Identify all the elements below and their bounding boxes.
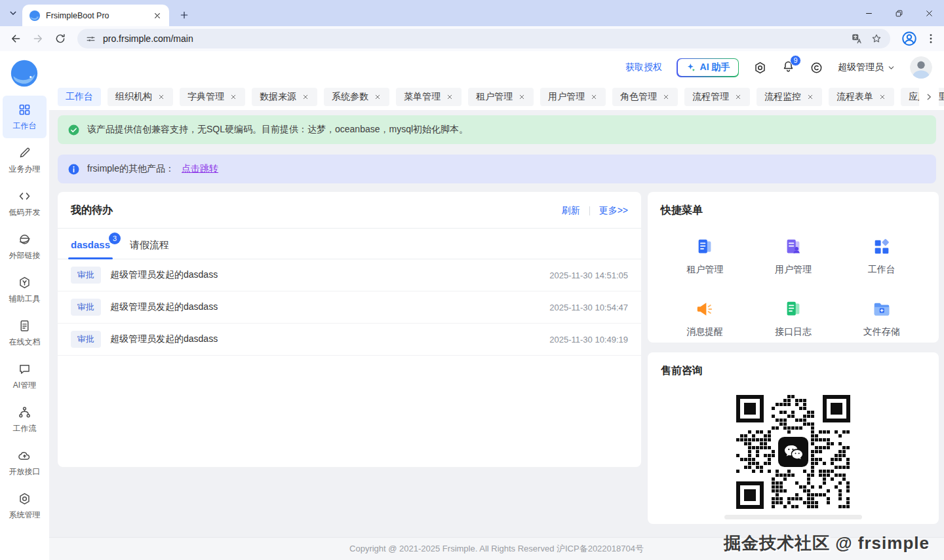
site-settings-icon[interactable]: [85, 33, 96, 45]
tab-close-icon[interactable]: [152, 10, 163, 21]
quick-item-folder[interactable]: 文件存储: [837, 299, 926, 338]
page-tab-7[interactable]: 用户管理: [540, 88, 606, 106]
todo-tab-1[interactable]: 请假流程: [130, 239, 169, 259]
back-icon: [10, 33, 22, 45]
close-tab-icon[interactable]: [302, 93, 309, 101]
browser-menu-icon[interactable]: [924, 32, 937, 45]
page-tab-0[interactable]: 工作台: [58, 88, 101, 106]
todo-row-time: 2025-11-30 10:49:19: [549, 335, 628, 345]
sidebar-item-tools[interactable]: 辅助工具: [3, 269, 47, 311]
sidebar-item-lowcode[interactable]: 低码开发: [3, 182, 47, 225]
address-bar[interactable]: pro.frsimple.com/main: [77, 29, 890, 48]
avatar[interactable]: [910, 56, 932, 79]
globe-icon: [18, 233, 31, 246]
quick-item-label: 文件存储: [863, 326, 900, 338]
close-tab-icon[interactable]: [590, 93, 598, 101]
back-button[interactable]: [7, 29, 25, 48]
todo-row[interactable]: 审批 超级管理员发起的dasdass 2025-11-30 10:54:47: [58, 291, 641, 324]
page-tab-2[interactable]: 字典管理: [180, 88, 245, 106]
close-tab-icon[interactable]: [229, 93, 237, 101]
page-tab-3[interactable]: 数据来源: [252, 88, 317, 106]
bookmark-star-icon[interactable]: [871, 33, 882, 45]
todo-row[interactable]: 审批 超级管理员发起的dasdass 2025-11-30 10:49:19: [58, 324, 641, 356]
page-tab-4[interactable]: 系统参数: [324, 88, 389, 106]
url-text[interactable]: pro.frsimple.com/main: [103, 33, 844, 44]
copyright-icon[interactable]: [810, 61, 823, 75]
notifications-button[interactable]: 9: [781, 60, 795, 76]
sidebar-item-business[interactable]: 业务办理: [3, 139, 47, 181]
page-tabstrip: 工作台 组织机构 字典管理 数据来源 系统参数 菜单管理 租户管理 用户管理 角…: [49, 84, 944, 110]
close-tab-icon[interactable]: [662, 93, 670, 101]
sidebar-item-workbench[interactable]: 工作台: [3, 96, 47, 138]
more-button[interactable]: 更多>>: [599, 205, 628, 217]
quick-item-userdoc[interactable]: 用户管理: [749, 237, 838, 276]
sidebar-item-docs[interactable]: 在线文档: [3, 312, 47, 354]
todo-row-title: 超级管理员发起的dasdass: [110, 301, 540, 313]
todo-row[interactable]: 审批 超级管理员发起的dasdass 2025-11-30 14:51:05: [58, 259, 641, 291]
ai-assistant-button[interactable]: AI 助手: [677, 58, 739, 77]
tab-scroll-right-button[interactable]: [919, 84, 939, 110]
chat-icon: [18, 362, 31, 376]
todo-tab-0[interactable]: dasdass 3: [71, 239, 110, 259]
translate-icon[interactable]: [851, 33, 863, 45]
close-tab-icon[interactable]: [374, 93, 382, 101]
page-tab-11[interactable]: 流程表单: [829, 88, 894, 106]
workspace-icon: [872, 237, 892, 257]
sidebar-item-system[interactable]: 系统管理: [3, 485, 47, 527]
quick-item-tenant[interactable]: 租户管理: [661, 237, 749, 276]
browser-profile-icon[interactable]: [901, 30, 918, 47]
user-menu[interactable]: 超级管理员: [838, 62, 895, 73]
page-tab-label: 租户管理: [476, 91, 513, 103]
sidebar-item-openapi[interactable]: 开放接口: [3, 441, 47, 484]
page-tab-9[interactable]: 流程管理: [684, 88, 750, 106]
minimize-icon: [865, 9, 873, 18]
sidebar-item-label: 开放接口: [9, 466, 41, 477]
divider: [589, 206, 590, 215]
wechat-icon: [778, 437, 808, 467]
page-tab-8[interactable]: 角色管理: [612, 88, 678, 106]
new-tab-button[interactable]: [176, 7, 193, 24]
megaphone-icon: [695, 299, 715, 319]
tab-search-button[interactable]: [5, 6, 21, 20]
browser-tab[interactable]: FrsimpleBoot Pro: [22, 5, 169, 26]
app-logo: [10, 59, 39, 88]
quick-item-workspace[interactable]: 工作台: [837, 237, 926, 276]
todo-row-title: 超级管理员发起的dasdass: [110, 333, 540, 345]
settings-hexagon-icon[interactable]: [753, 61, 767, 75]
quick-item-logdoc[interactable]: 接口日志: [749, 299, 838, 338]
success-alert-text: 该产品提供信创兼容支持，无SQL硬编码。目前提供：达梦，oceanbase，my…: [87, 124, 468, 136]
jump-link[interactable]: 点击跳转: [182, 163, 218, 175]
quick-item-megaphone[interactable]: 消息提醒: [661, 299, 749, 338]
sidebar-item-external[interactable]: 外部链接: [3, 225, 47, 268]
refresh-button[interactable]: 刷新: [562, 205, 580, 217]
sidebar-item-label: AI管理: [13, 380, 36, 391]
page-tab-1[interactable]: 组织机构: [108, 88, 173, 106]
page-tab-5[interactable]: 菜单管理: [396, 88, 462, 106]
close-tab-icon[interactable]: [878, 93, 886, 101]
sidebar-item-workflow[interactable]: 工作流: [3, 398, 47, 441]
main-content: 该产品提供信创兼容支持，无SQL硬编码。目前提供：达梦，oceanbase，my…: [49, 110, 944, 537]
sidebar-item-label: 工作流: [13, 423, 37, 434]
restore-button[interactable]: [884, 0, 914, 26]
close-tab-icon[interactable]: [446, 93, 454, 101]
minimize-button[interactable]: [854, 0, 884, 26]
page-tab-10[interactable]: 流程监控: [757, 88, 822, 106]
hexnut-icon: [18, 492, 31, 506]
reload-button[interactable]: [51, 29, 69, 48]
quick-item-label: 租户管理: [686, 264, 723, 276]
todo-row-title: 超级管理员发起的dasdass: [110, 269, 540, 281]
consult-card: 售前咨询: [648, 352, 939, 524]
get-license-link[interactable]: 获取授权: [625, 62, 662, 73]
close-tab-icon[interactable]: [518, 93, 526, 101]
todo-title: 我的待办: [71, 204, 113, 217]
quick-menu-card: 快捷菜单 租户管理 用户管理 工作台 消息提醒 接口日志 文件存储: [648, 192, 939, 343]
sidebar-item-ai[interactable]: AI管理: [3, 355, 47, 398]
close-tab-icon[interactable]: [806, 93, 814, 101]
forward-button[interactable]: [29, 29, 47, 48]
close-window-button[interactable]: [914, 0, 944, 26]
close-tab-icon[interactable]: [157, 93, 165, 101]
close-tab-icon[interactable]: [734, 93, 742, 101]
approval-tag: 审批: [71, 331, 101, 348]
page-tab-6[interactable]: 租户管理: [468, 88, 534, 106]
userdoc-icon: [783, 237, 803, 257]
